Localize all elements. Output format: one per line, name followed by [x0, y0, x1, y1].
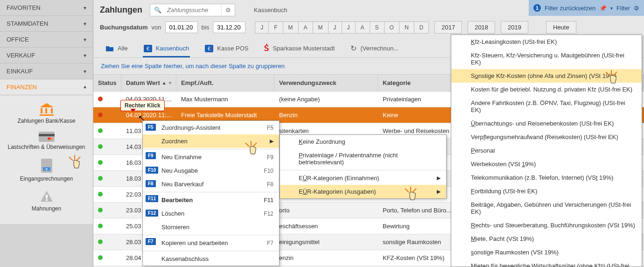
buchungsdatum-label: Buchungsdatum — [100, 24, 148, 31]
menu-item[interactable]: F5Zuordnungs-AssistentF5 — [143, 121, 279, 134]
month-btn[interactable]: J — [255, 21, 269, 34]
status-dot — [98, 208, 103, 212]
tab-sparkasse[interactable]: ṠSparkasse Musterstadt — [263, 41, 336, 57]
menu-item[interactable]: Zuordnen▶ — [143, 134, 279, 148]
menu-item-label: Kfz-Leasingkosten (USt-frei EK) — [471, 38, 557, 45]
status-dot — [98, 128, 103, 133]
year-btn-2018[interactable]: 2018 — [468, 21, 495, 34]
fkey-badge: F5 — [146, 124, 156, 131]
col-zweck[interactable]: Verwendungszweck — [274, 75, 378, 91]
chevron-down-icon: ▾ — [84, 68, 86, 75]
tab-kassenbuch[interactable]: €Kassenbuch — [143, 42, 190, 57]
menu-item[interactable]: F8Neu BarverkaufF8 — [143, 177, 279, 191]
tab-kasse-pos[interactable]: €Kasse POS — [204, 42, 249, 57]
menu-item[interactable]: Kassenabschluss — [143, 251, 279, 266]
menu-item[interactable]: Miete, Pacht (VSt 19%) — [451, 232, 642, 246]
menu-item[interactable]: Stornieren — [143, 220, 279, 234]
menu-item[interactable]: EÜR-Kategorien (Einnahmen)▶ — [280, 170, 446, 185]
menu-item[interactable]: sonstige Raumkosten (VSt 19%) — [451, 246, 642, 259]
cell-zweck: eschäftsessen — [274, 223, 378, 230]
sidebar-item-verkauf[interactable]: VERKAUF▾ — [0, 48, 93, 63]
today-button[interactable]: Heute — [546, 21, 576, 34]
month-btn[interactable]: O — [385, 21, 399, 34]
menu-item-label: Neu Ausgabe — [161, 167, 198, 174]
menu-item[interactable]: F11BearbeitenF11 — [143, 192, 279, 207]
month-btn[interactable]: F — [269, 21, 283, 34]
menu-item-label: Neu Einnahme — [161, 154, 202, 161]
month-btn[interactable]: J — [329, 21, 342, 34]
menu-item[interactable]: Keine Zuordnung — [280, 135, 446, 148]
menu-item[interactable]: Kfz-Steuern, Kfz-Versicherung u. Mautgeb… — [451, 49, 642, 69]
month-btn[interactable]: D — [414, 21, 429, 34]
euro-icon: € — [205, 45, 213, 52]
sidebar-item-finanzen[interactable]: FINANZEN▾ — [0, 79, 93, 95]
sidebar-item-favoriten[interactable]: FAVORITEN▾ — [0, 0, 93, 16]
menu-item-label: Kfz-Steuern, Kfz-Versicherung u. Mautgeb… — [471, 52, 636, 66]
menu-item[interactable]: Telekommunikation (z.B. Telefon, Interne… — [451, 171, 642, 184]
context-menu-main: F5Zuordnungs-AssistentF5Zuordnen▶F9Neu E… — [142, 120, 280, 266]
month-btn[interactable]: M — [313, 21, 329, 34]
status-dot — [98, 160, 103, 165]
svg-text:€: € — [45, 167, 48, 171]
menu-item[interactable]: Andere Fahrtkosten (z.B. ÖPNV, Taxi, Flu… — [451, 96, 642, 117]
month-btn[interactable]: M — [283, 21, 299, 34]
menu-item[interactable]: EÜR-Kategorien (Ausgaben)▶ — [280, 185, 446, 198]
sidebar-item-einkauf[interactable]: EINKAUF▾ — [0, 63, 93, 79]
tab-alle[interactable]: Alle — [105, 42, 129, 57]
col-empf[interactable]: Empf./Auft. — [176, 75, 274, 91]
date-to-input[interactable] — [213, 21, 245, 33]
filter-reset-button[interactable]: Filter zurücksetzen — [545, 5, 595, 12]
sidebar-sub-label: Mahnungen — [32, 205, 61, 212]
menu-item[interactable]: F9Neu EinnahmeF9 — [143, 149, 279, 164]
dropdown-icon[interactable]: ▾ — [169, 80, 171, 85]
month-btn[interactable]: S — [370, 21, 385, 34]
menu-item[interactable]: F12LöschenF12 — [143, 207, 279, 220]
sidebar-item-office[interactable]: OFFICE▾ — [0, 32, 93, 48]
chevron-up-icon: ▾ — [84, 84, 86, 91]
sidebar-sub-mahnungen[interactable]: Mahnungen — [0, 187, 93, 217]
menu-item[interactable]: Rechts- und Steuerberatung, Buchführungs… — [451, 218, 642, 232]
search-box[interactable]: 🔍 ⚙ — [150, 4, 235, 16]
sidebar-sub-zahlungen[interactable]: Zahlungen Bank/Kasse — [0, 100, 93, 129]
menu-item[interactable]: Kosten für die betriebl. Nutzung d. priv… — [451, 83, 642, 96]
menu-item[interactable]: Fortbildung (USt-frei EK) — [451, 184, 642, 198]
menu-item[interactable]: Personal — [451, 144, 642, 157]
von-label: von — [152, 24, 161, 31]
month-btn[interactable]: A — [356, 21, 370, 34]
search-input[interactable] — [165, 4, 221, 16]
month-btn[interactable]: N — [399, 21, 414, 34]
euro-icon: € — [144, 45, 152, 52]
tab-verrechnung[interactable]: ↻(Verrechnun... — [350, 41, 399, 57]
sidebar-sub-lastschriften[interactable]: Lastschriften & Überweisungen — [0, 129, 93, 155]
month-btn[interactable]: J — [342, 21, 356, 34]
menu-item[interactable]: Verpflegungsmehraufwand (Reisekosten) (U… — [451, 130, 642, 144]
menu-item[interactable]: Werbekosten (VSt 19%) — [451, 157, 642, 171]
gear-icon[interactable]: ⚙ — [634, 5, 639, 12]
menu-item[interactable]: Beiträge, Abgaben, Gebühren und Versiche… — [451, 198, 642, 218]
filter-button[interactable]: Filter — [616, 5, 630, 12]
search-gear-icon[interactable]: ⚙ — [221, 5, 235, 15]
menu-item-label: Werbekosten (VSt 19%) — [471, 161, 536, 168]
chevron-down-icon[interactable]: ▾ — [610, 6, 613, 11]
menu-item[interactable]: Mieten für bewegliche Wirtschaftsgüter (… — [451, 259, 642, 267]
col-datum[interactable]: Datum Wert ▲▾ — [121, 75, 176, 91]
menu-item[interactable]: Sonstige Kfz-Kosten (ohne Afa und Zinsen… — [451, 69, 642, 83]
menu-item[interactable]: F7Kopieren und bearbeitenF7 — [143, 235, 279, 250]
sidebar-sub-eingangsrechnungen[interactable]: € Eingangsrechnungen — [0, 155, 93, 187]
menu-item[interactable]: Kfz-Leasingkosten (USt-frei EK) — [451, 35, 642, 49]
year-btn-2019[interactable]: 2019 — [501, 21, 528, 34]
fkey-badge: F11 — [146, 195, 158, 202]
year-btn-2017[interactable]: 2017 — [434, 21, 462, 34]
menu-item-label: Übernachtungs- und Reisenebenkosten (USt… — [471, 120, 614, 127]
menu-item[interactable]: Übernachtungs- und Reisenebenkosten (USt… — [451, 117, 642, 130]
sidebar-item-stammdaten[interactable]: STAMMDATEN▾ — [0, 16, 93, 32]
menu-item[interactable]: F10Neu AusgabeF10 — [143, 164, 279, 177]
menu-item[interactable]: Privateinlage / Privatentnahme (nicht be… — [280, 148, 446, 169]
col-status[interactable]: Status — [93, 75, 121, 91]
date-from-input[interactable] — [165, 21, 198, 33]
pin-icon[interactable]: 📌 — [599, 5, 607, 12]
warning-icon — [40, 190, 54, 204]
context-menu-ausgaben: Kfz-Leasingkosten (USt-frei EK)Kfz-Steue… — [451, 35, 642, 267]
chevron-down-icon: ▾ — [84, 36, 86, 43]
month-btn[interactable]: A — [299, 21, 313, 34]
